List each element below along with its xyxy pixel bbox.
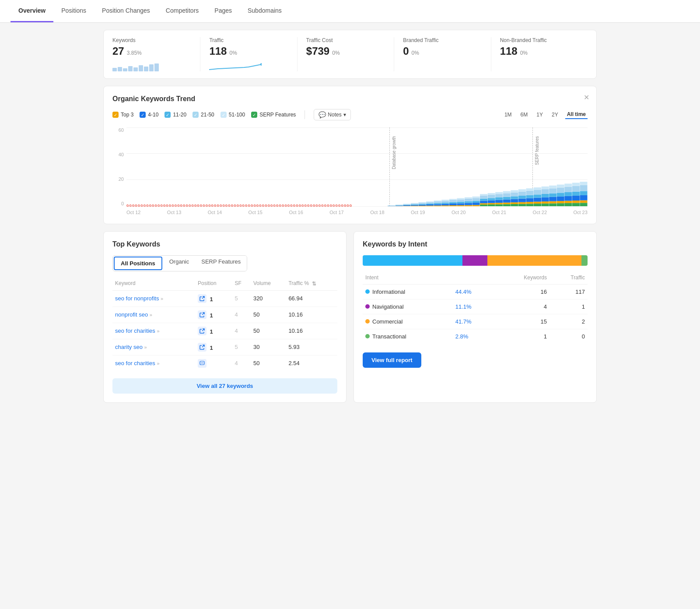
intent-pct-cell: 44.4% <box>453 285 494 299</box>
stat-branded-label: Branded Traffic <box>403 37 482 43</box>
intent-keywords-cell: 15 <box>494 314 550 329</box>
svg-rect-84 <box>503 191 511 194</box>
keyword-link[interactable]: seo for charities » <box>115 327 160 334</box>
intent-table-row: Commercial 41.7% 15 2 <box>363 314 588 329</box>
svg-rect-99 <box>526 198 533 202</box>
tab-organic[interactable]: Organic <box>163 256 196 271</box>
intent-keywords-cell: 16 <box>494 285 550 299</box>
svg-rect-119 <box>549 188 556 193</box>
volume-cell: 30 <box>251 339 286 355</box>
trend-chart-svg <box>126 127 588 206</box>
nav-item-subdomains[interactable]: Subdomains <box>240 0 290 22</box>
time-btn-1m[interactable]: 1M <box>503 111 514 119</box>
stats-row: Keywords 27 3.85% Traffic 118 0% <box>103 30 597 79</box>
keywords-table: Keyword Position SF Volume Traffic % ⇅ s… <box>112 278 337 371</box>
stat-traffic-pct: 0% <box>229 50 237 56</box>
stat-traffic: Traffic 118 0% <box>200 37 297 71</box>
svg-rect-49 <box>457 199 464 201</box>
svg-rect-44 <box>449 200 457 202</box>
svg-rect-64 <box>480 199 487 201</box>
svg-rect-75 <box>495 200 503 203</box>
legend-item-serp-features[interactable]: ✓SERP Features <box>251 112 296 118</box>
svg-rect-143 <box>580 185 587 191</box>
svg-rect-78 <box>495 192 503 194</box>
intent-title: Keywords by Intent <box>363 240 588 248</box>
svg-rect-58 <box>472 201 480 203</box>
notes-icon: 💬 <box>318 111 326 118</box>
top-navigation: OverviewPositionsPosition ChangesCompeti… <box>0 0 700 23</box>
traffic-cell: 2.54 <box>286 355 337 371</box>
svg-rect-111 <box>542 197 549 201</box>
svg-rect-40 <box>441 200 449 201</box>
position-cell: 1 <box>195 323 232 339</box>
svg-rect-142 <box>580 191 587 195</box>
traffic-filter-icon[interactable]: ⇅ <box>312 281 316 287</box>
nav-item-competitors[interactable]: Competitors <box>158 0 206 22</box>
keyword-link[interactable]: nonprofit seo » <box>115 311 152 318</box>
svg-rect-71 <box>488 195 495 198</box>
intent-table: Intent Keywords Traffic Informational 44… <box>363 273 588 344</box>
trend-title: Organic Keywords Trend <box>112 95 588 103</box>
legend-item-4-10[interactable]: ✓4-10 <box>140 112 158 118</box>
intent-table-row: Navigational 11.1% 4 1 <box>363 299 588 314</box>
tab-serp-features[interactable]: SERP Features <box>195 256 247 271</box>
svg-rect-124 <box>557 193 564 197</box>
intent-dot <box>365 319 370 324</box>
stat-nonbranded-traffic: Non-Branded Traffic 118 0% <box>491 37 588 71</box>
legend-item-21-50[interactable]: ✓21-50 <box>192 112 214 118</box>
close-trend-button[interactable]: ✕ <box>584 93 589 102</box>
svg-rect-30 <box>426 201 434 202</box>
time-btn-6m[interactable]: 6M <box>519 111 530 119</box>
nav-item-overview[interactable]: Overview <box>10 0 53 22</box>
traffic-cell: 66.94 <box>286 290 337 306</box>
time-btn-all-time[interactable]: All time <box>565 110 588 119</box>
legend-item-11-20[interactable]: ✓11-20 <box>164 112 186 118</box>
svg-point-0 <box>260 63 262 66</box>
view-all-keywords-button[interactable]: View all 27 keywords <box>112 378 337 394</box>
position-cell: 1 <box>195 306 232 323</box>
svg-rect-45 <box>449 199 457 200</box>
keyword-link[interactable]: charity seo » <box>115 344 147 350</box>
svg-rect-110 <box>542 201 549 204</box>
intent-traffic-cell: 0 <box>550 329 588 344</box>
view-full-report-button[interactable]: View full report <box>363 352 421 368</box>
legend-item-51-100[interactable]: ✓51-100 <box>220 112 245 118</box>
sf-cell: 5 <box>232 290 251 306</box>
nav-item-pages[interactable]: Pages <box>206 0 240 22</box>
time-btn-2y[interactable]: 2Y <box>550 111 560 119</box>
svg-rect-116 <box>549 201 556 204</box>
sf-cell: 5 <box>232 339 251 355</box>
keyword-link[interactable]: seo for nonprofits » <box>115 295 163 302</box>
stat-traffic-cost-pct: 0% <box>332 50 340 56</box>
time-btn-1y[interactable]: 1Y <box>535 111 545 119</box>
svg-rect-101 <box>526 191 533 195</box>
time-controls: 1M6M1Y2YAll time <box>503 110 588 119</box>
svg-rect-95 <box>518 192 526 196</box>
nav-item-positions[interactable]: Positions <box>53 0 94 22</box>
position-cell: 1 <box>195 339 232 355</box>
nav-item-position-changes[interactable]: Position Changes <box>94 0 158 22</box>
stat-keywords: Keywords 27 3.85% <box>112 37 200 71</box>
stat-keywords-value: 27 <box>112 45 124 57</box>
notes-button[interactable]: 💬 Notes ▾ <box>314 109 350 120</box>
svg-rect-126 <box>557 185 564 188</box>
keyword-link[interactable]: seo for charities » <box>115 360 160 366</box>
position-cell: 1 <box>195 290 232 306</box>
col-position: Position <box>195 278 232 290</box>
svg-rect-123 <box>557 197 564 201</box>
intent-keywords-cell: 4 <box>494 299 550 314</box>
volume-cell: 50 <box>251 306 286 323</box>
svg-rect-20 <box>411 203 418 204</box>
svg-rect-81 <box>503 200 511 203</box>
traffic-cell: 5.93 <box>286 339 337 355</box>
stat-keywords-label: Keywords <box>112 37 191 43</box>
stat-keywords-pct: 3.85% <box>127 50 142 56</box>
intent-pct-cell: 41.7% <box>453 314 494 329</box>
tab-all-positions[interactable]: All Positions <box>114 257 162 270</box>
google-icons-row: GGGGGGGGGGGGGGGGGGGGGGGGGGGGGGGGGGGGGGGG… <box>126 204 588 207</box>
intent-col-traffic: Traffic <box>550 273 588 285</box>
svg-rect-98 <box>526 202 533 204</box>
legend-item-top-3[interactable]: ✓Top 3 <box>112 112 133 118</box>
keyword-tab-filters: All Positions Organic SERP Features <box>112 255 247 271</box>
intent-bar-segment-commercial <box>487 255 581 266</box>
